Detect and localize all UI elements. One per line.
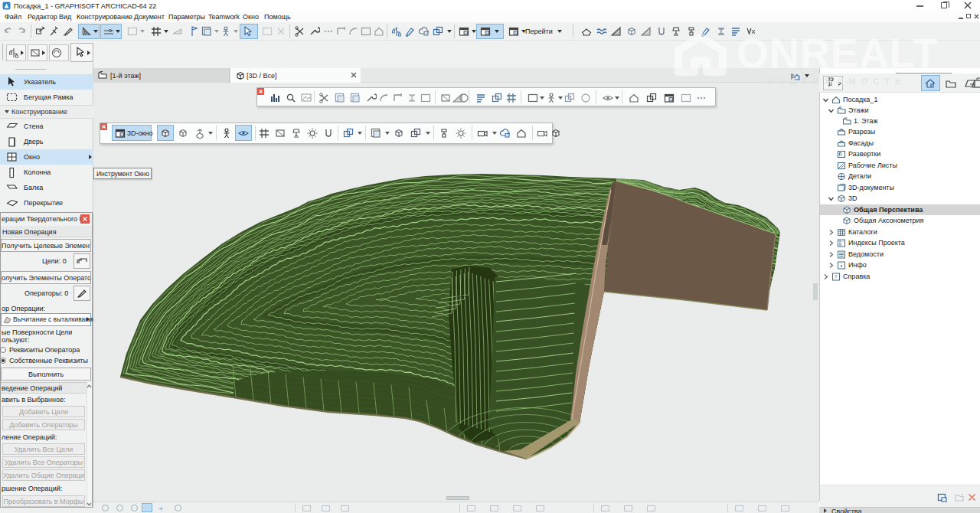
svg-text:?: ?: [835, 274, 838, 279]
